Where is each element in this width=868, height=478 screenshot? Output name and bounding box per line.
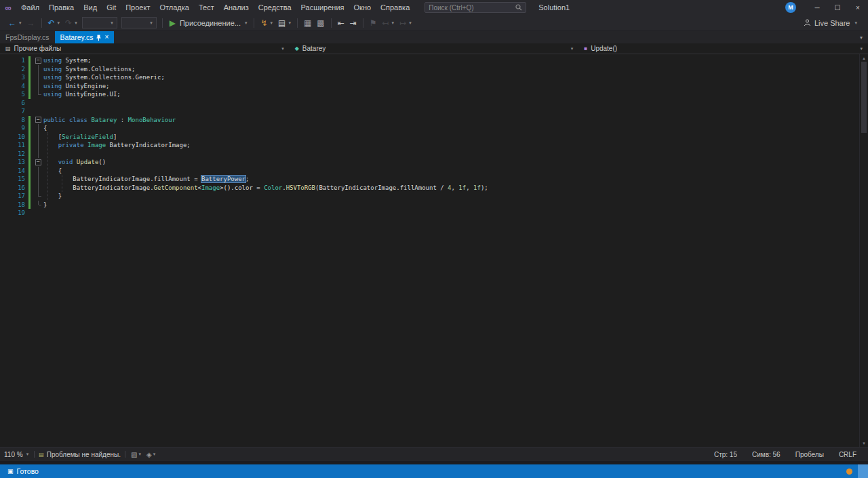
code-token: { <box>43 167 62 174</box>
close-button[interactable]: × <box>848 0 868 15</box>
line-number: 17 <box>0 192 28 201</box>
code-text[interactable]: } <box>43 201 47 210</box>
redo-button[interactable]: ↷▾ <box>62 16 80 30</box>
tab-fpsdisplay-cs[interactable]: FpsDisplay.cs <box>0 31 55 43</box>
code-token: Color <box>264 184 282 191</box>
menu-item[interactable]: Git <box>102 3 121 12</box>
indent-button[interactable]: ⇥ <box>347 16 359 30</box>
code-text[interactable]: void Update() <box>43 158 106 167</box>
breadcrumb-label: Прочие файлы <box>14 45 62 52</box>
menu-item[interactable]: Отладка <box>155 3 193 12</box>
code-token: SerializeField <box>62 134 113 140</box>
tab-label: Batarey.cs <box>60 33 94 41</box>
scroll-up-icon[interactable]: ▴ <box>863 54 865 62</box>
fold-guide-line <box>39 196 41 197</box>
code-text[interactable]: { <box>43 167 62 176</box>
menu-item[interactable]: Проект <box>121 3 155 12</box>
minimize-button[interactable]: ─ <box>807 0 827 15</box>
title-bar: ∞ ФайлПравкаВидGitПроектОтладкаТестАнали… <box>0 0 868 15</box>
menu-item[interactable]: Файл <box>16 3 44 12</box>
line-ending-indicator[interactable]: CRLF <box>831 451 864 458</box>
scrollbar-track[interactable] <box>860 62 868 439</box>
member-dropdown[interactable]: ■Update()▾ <box>578 43 868 54</box>
breadcrumb-label: Update() <box>591 45 617 52</box>
zoom-control[interactable]: 110 % ▾ <box>4 451 30 458</box>
previous-bookmark-button[interactable]: ↤▾ <box>379 16 397 30</box>
attach-button[interactable]: ▶Присоединение...▾ <box>166 16 251 30</box>
next-bookmark-button[interactable]: ↦▾ <box>397 16 414 30</box>
menu-item[interactable]: Средства <box>254 3 296 12</box>
code-cleanup-button[interactable]: ▧▾ <box>130 447 144 461</box>
menu-item[interactable]: Анализ <box>219 3 254 12</box>
code-text[interactable]: private Image BatteryIndicatorImage; <box>43 141 191 150</box>
toolbar-separator <box>331 18 332 28</box>
search-icon[interactable] <box>515 4 522 11</box>
caret-line-indicator[interactable]: Стр: 15 <box>707 451 745 458</box>
toggle-bookmark-button[interactable]: ⚑ <box>367 16 380 30</box>
arrow-left-bar-icon: ↤ <box>380 16 390 30</box>
account-avatar[interactable]: M <box>785 2 796 13</box>
caret-column-indicator[interactable]: Симв: 56 <box>745 451 788 458</box>
active-files-dropdown-icon[interactable]: ▾ <box>860 35 863 41</box>
code-text[interactable]: [SerializeField] <box>43 133 117 142</box>
background-tasks-icon[interactable]: ▣ <box>4 468 17 475</box>
indentation-indicator[interactable]: Пробелы <box>788 451 831 458</box>
menu-item[interactable]: Тест <box>194 3 219 12</box>
solution-configurations-dropdown[interactable]: ▾ <box>82 17 117 28</box>
hot-reload-button[interactable]: ↯▾ <box>258 16 275 30</box>
code-text[interactable]: public class Batarey : MonoBehaviour <box>43 116 176 125</box>
maximize-button[interactable]: ☐ <box>827 0 848 15</box>
code-token <box>43 142 58 148</box>
folding-margin <box>31 65 43 74</box>
save-all-button[interactable]: ▩ <box>314 16 327 30</box>
minimize-icon: ─ <box>814 4 819 12</box>
navigate-forward-button[interactable]: → <box>24 16 38 30</box>
code-text[interactable]: BatteryIndicatorImage.GetComponent<Image… <box>43 184 488 193</box>
pin-icon[interactable] <box>96 35 101 41</box>
search-box[interactable]: Поиск (Ctrl+Q) <box>425 2 526 13</box>
code-text[interactable]: using System; <box>43 56 91 65</box>
undo-button[interactable]: ↶▾ <box>45 16 63 30</box>
new-file-button[interactable]: ▤▾ <box>275 16 294 30</box>
notification-icon[interactable] <box>846 469 852 475</box>
menu-item[interactable]: Вид <box>79 3 102 12</box>
editor-options-button[interactable]: ◈▾ <box>145 447 158 461</box>
collapse-region-icon[interactable]: − <box>35 58 41 64</box>
code-text[interactable]: using UnityEngine; <box>43 82 110 91</box>
hot-reload-icon: ↯ <box>259 16 269 30</box>
document-health-indicator[interactable]: ▤ Проблемы не найдены. <box>39 451 121 458</box>
code-text[interactable]: { <box>43 124 47 133</box>
code-text[interactable]: BatteryIndicatorImage.fillAmount = Batte… <box>43 175 249 184</box>
menu-item[interactable]: Расширения <box>296 3 349 12</box>
menu-item[interactable]: Справка <box>376 3 414 12</box>
code-text[interactable]: using System.Collections.Generic; <box>43 73 165 82</box>
vertical-scrollbar[interactable]: ▴ ▾ <box>859 54 868 447</box>
code-text[interactable]: } <box>43 192 62 201</box>
class-dropdown[interactable]: ◆Batarey▾ <box>290 43 579 54</box>
menu-item[interactable]: Правка <box>44 3 79 12</box>
code-text[interactable]: using System.Collections; <box>43 65 135 74</box>
menu-bar: ФайлПравкаВидGitПроектОтладкаТестАнализС… <box>16 0 414 15</box>
folding-margin <box>31 124 43 133</box>
save-button[interactable]: ▦ <box>301 16 314 30</box>
live-share-button[interactable]: Live Share ▾ <box>804 19 863 27</box>
outdent-button[interactable]: ⇤ <box>335 16 347 30</box>
collapse-region-icon[interactable]: − <box>35 117 41 123</box>
code-area[interactable]: 1−using System;2using System.Collections… <box>0 54 859 447</box>
scrollbar-thumb[interactable] <box>861 62 867 133</box>
code-token: System.Collections; <box>62 66 135 73</box>
code-text[interactable]: using UnityEngine.UI; <box>43 90 121 99</box>
navigate-backward-button[interactable]: ←▾ <box>5 16 24 30</box>
close-icon[interactable]: × <box>104 34 108 41</box>
toolbar-separator <box>297 18 298 28</box>
scroll-down-icon[interactable]: ▾ <box>863 439 865 447</box>
chevron-down-icon: ▾ <box>391 20 396 26</box>
back-arrow-icon: ← <box>7 16 18 30</box>
undo-icon: ↶ <box>47 16 56 30</box>
collapse-region-icon[interactable]: − <box>35 159 41 165</box>
solution-platforms-dropdown[interactable]: ▾ <box>121 17 157 28</box>
menu-item[interactable]: Окно <box>349 3 376 12</box>
tab-batarey-cs[interactable]: Batarey.cs× <box>55 31 115 43</box>
project-dropdown[interactable]: ▤Прочие файлы▾ <box>0 43 290 54</box>
arrow-right-bar-icon: ↦ <box>398 16 408 30</box>
